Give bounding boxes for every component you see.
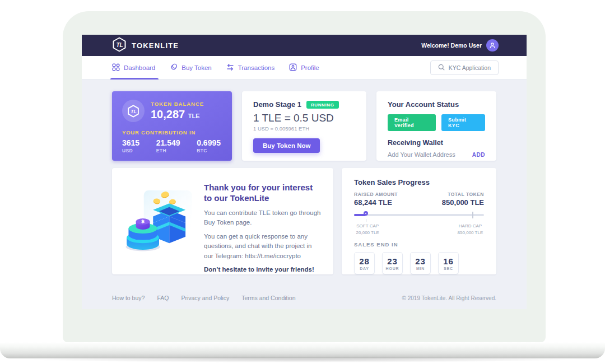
- wallet-address-hint: Add Your Wallet Address: [388, 151, 455, 158]
- coins-stack-illustration: ₿: [124, 183, 194, 259]
- account-status-card: Your Account Status Email Verified Submi…: [376, 91, 496, 161]
- total-token-value: 850,000 TLE: [442, 198, 484, 207]
- contribution-eth: 21.549 ETH: [156, 138, 180, 153]
- nav-tab-transactions[interactable]: Transactions: [226, 56, 274, 80]
- app-footer: How to buy? FAQ Privacy and Policy Terms…: [112, 295, 496, 301]
- token-rate: 1 TLE = 0.5 USD: [253, 112, 355, 124]
- nav-tab-label: Buy Token: [182, 64, 212, 71]
- laptop-base: [0, 342, 605, 358]
- countdown-minutes: 23 MIN: [410, 252, 431, 274]
- nav-tab-label: Dashboard: [124, 64, 155, 71]
- hard-cap-label-block: HARD CAP 850,000 TLE: [458, 223, 483, 236]
- add-wallet-link[interactable]: ADD: [472, 152, 485, 158]
- progress-title: Token Sales Progress: [354, 178, 484, 186]
- kyc-stamp-icon: [438, 64, 445, 72]
- progress-knob[interactable]: [364, 211, 368, 216]
- brand-hexagon-icon: TL: [112, 37, 127, 54]
- soft-cap-label-block: SOFT CAP 20,000 TLE: [356, 223, 379, 236]
- nav-tab-profile[interactable]: Profile: [289, 56, 319, 80]
- token-logo-icon: TL: [122, 100, 145, 122]
- svg-text:TL: TL: [116, 41, 123, 48]
- nav-tab-dashboard[interactable]: Dashboard: [112, 56, 155, 80]
- dashboard-content: TL TOKEN BALANCE 10,287 TLE YOUR CONTRIB…: [82, 80, 527, 301]
- email-verified-badge[interactable]: Email Verified: [388, 114, 436, 131]
- main-navbar: Dashboard Buy Token: [82, 56, 527, 80]
- nav-tab-buy-token[interactable]: Buy Token: [170, 56, 212, 80]
- footer-link-terms[interactable]: Terms and Condition: [241, 295, 295, 301]
- submit-kyc-badge[interactable]: Submit KYC: [441, 114, 485, 131]
- dashboard-icon: [112, 63, 120, 72]
- raised-amount-value: 68,244 TLE: [354, 198, 398, 207]
- user-icon: [488, 41, 496, 49]
- raised-amount-block: RAISED AMOUNT 68,244 TLE: [354, 192, 398, 207]
- laptop-mockup: TL TOKENLITE Welcome! Demo User: [0, 0, 605, 364]
- user-avatar[interactable]: [486, 39, 499, 52]
- progress-track: [354, 214, 484, 216]
- account-status-title: Your Account Status: [388, 100, 485, 109]
- contribution-label: YOUR CONTRIBUTION IN: [122, 129, 222, 136]
- footer-link-privacy[interactable]: Privacy and Policy: [181, 295, 229, 301]
- coins-icon: [170, 63, 178, 72]
- nav-tab-label: Profile: [301, 64, 319, 71]
- swap-arrows-icon: [226, 63, 234, 72]
- profile-icon: [289, 63, 297, 72]
- brand-logo-group[interactable]: TL TOKENLITE: [112, 37, 179, 54]
- countdown-days: 28 DAY: [354, 252, 375, 274]
- receiving-wallet-title: Receiving Wallet: [388, 139, 485, 147]
- countdown-timer: 28 DAY 23 HOUR 23 MIN 16: [354, 252, 484, 274]
- token-balance-label: TOKEN BALANCE: [151, 101, 204, 107]
- token-balance-unit: TLE: [188, 113, 200, 119]
- tokenlite-app-window: TL TOKENLITE Welcome! Demo User: [82, 35, 527, 309]
- kyc-button-label: KYC Application: [449, 64, 491, 71]
- nav-tab-label: Transactions: [238, 64, 274, 71]
- sales-end-label: SALES END IN: [354, 241, 484, 248]
- thanks-paragraph-2: You can get a quick response to any ques…: [204, 232, 321, 261]
- welcome-user-text: Welcome! Demo User: [421, 42, 482, 49]
- token-balance-amount: 10,287 TLE: [151, 108, 204, 121]
- countdown-seconds: 16 SEC: [438, 252, 459, 274]
- top-header-bar: TL TOKENLITE Welcome! Demo User: [82, 35, 527, 56]
- running-status-badge: RUNNING: [306, 101, 339, 109]
- invite-friends-line: Don’t hesitate to invite your friends!: [204, 266, 321, 273]
- contribution-usd: 3615 USD: [122, 138, 139, 153]
- token-balance-card: TL TOKEN BALANCE 10,287 TLE YOUR CONTRIB…: [112, 91, 232, 161]
- brand-name: TOKENLITE: [132, 41, 179, 50]
- soft-cap-tick: [366, 219, 366, 222]
- token-sales-progress-card: Token Sales Progress RAISED AMOUNT 68,24…: [342, 168, 496, 274]
- svg-text:TL: TL: [131, 108, 136, 114]
- hard-cap-tick: [472, 212, 473, 218]
- footer-link-faq[interactable]: FAQ: [157, 295, 169, 301]
- stage-title: Demo Stage 1: [253, 100, 301, 109]
- kyc-application-button[interactable]: KYC Application: [430, 60, 499, 75]
- token-sub-rate: 1 USD = 0.005961 ETH: [253, 125, 355, 132]
- sale-stage-card: Demo Stage 1 RUNNING 1 TLE = 0.5 USD 1 U…: [242, 91, 366, 161]
- copyright-text: © 2019 TokenLite. All Right Reserved.: [402, 295, 496, 301]
- welcome-info-card: ₿ Thank you for your interest to our Tok…: [112, 168, 333, 274]
- buy-token-now-button[interactable]: Buy Token Now: [253, 138, 320, 153]
- footer-link-how-to-buy[interactable]: How to buy?: [112, 295, 145, 301]
- contribution-row: 3615 USD 21.549 ETH 0.6995 BTC: [122, 138, 222, 153]
- contribution-btc: 0.6995 BTC: [197, 138, 221, 153]
- sales-progress-slider: [354, 211, 484, 219]
- total-token-block: TOTAL TOKEN 850,000 TLE: [442, 192, 484, 207]
- thanks-title: Thank you for your interest to our Token…: [204, 183, 321, 204]
- svg-text:₿: ₿: [141, 219, 145, 224]
- countdown-hours: 23 HOUR: [382, 252, 403, 274]
- thanks-paragraph-1: You can contribute TLE token go through …: [204, 208, 321, 228]
